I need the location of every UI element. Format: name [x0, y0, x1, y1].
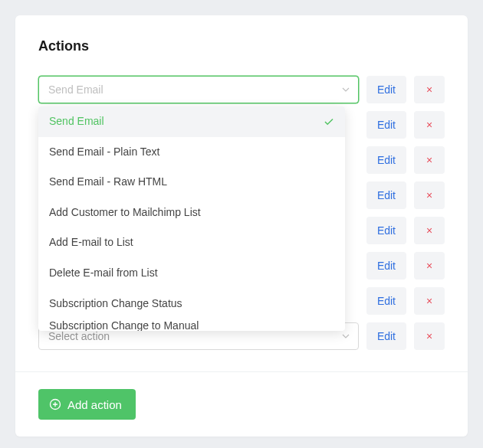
dropdown-option-label: Send Email - Plain Text: [49, 145, 159, 160]
dropdown-option-label: Add E-mail to List: [49, 235, 133, 250]
card-title: Actions: [38, 38, 445, 54]
plus-circle-icon: [49, 398, 61, 410]
add-action-button[interactable]: Add action: [38, 389, 136, 420]
edit-button[interactable]: Edit: [366, 146, 406, 174]
action-row: Send Email Edit ×: [38, 76, 445, 103]
dropdown-option[interactable]: Send Email - Plain Text: [38, 137, 345, 168]
delete-button[interactable]: ×: [414, 287, 445, 315]
dropdown-option[interactable]: Send Email: [38, 106, 345, 137]
select-value: Send Email: [48, 83, 104, 96]
dropdown-option[interactable]: Add Customer to Mailchimp List: [38, 198, 345, 228]
edit-button[interactable]: Edit: [366, 76, 406, 103]
delete-button[interactable]: ×: [414, 111, 445, 139]
dropdown-option-label: Send Email - Raw HTML: [49, 175, 167, 190]
action-select-open[interactable]: Send Email: [38, 76, 359, 103]
dropdown-option[interactable]: Subscription Change to Manual: [38, 319, 345, 331]
dropdown-option-label: Send Email: [49, 114, 104, 129]
edit-button[interactable]: Edit: [366, 287, 406, 315]
action-rows: Send Email Edit × Send Email Send Email …: [38, 76, 445, 350]
edit-button[interactable]: Edit: [366, 217, 406, 244]
delete-button[interactable]: ×: [414, 181, 445, 209]
dropdown-option-label: Subscription Change to Manual: [49, 319, 199, 331]
dropdown-option-label: Add Customer to Mailchimp List: [49, 205, 201, 221]
dropdown-option[interactable]: Subscription Change Status: [38, 289, 345, 319]
dropdown-option[interactable]: Send Email - Raw HTML: [38, 167, 345, 198]
dropdown-option-label: Subscription Change Status: [49, 296, 182, 312]
checkmark-icon: [324, 116, 334, 127]
edit-button[interactable]: Edit: [366, 322, 406, 350]
dropdown-option[interactable]: Delete E-mail from List: [38, 258, 345, 289]
dropdown-option-label: Delete E-mail from List: [49, 266, 158, 281]
card-footer: Add action: [15, 371, 468, 420]
edit-button[interactable]: Edit: [366, 181, 406, 209]
edit-button[interactable]: Edit: [366, 252, 406, 280]
delete-button[interactable]: ×: [414, 252, 445, 280]
dropdown-option[interactable]: Add E-mail to List: [38, 227, 345, 258]
delete-button[interactable]: ×: [414, 217, 445, 244]
chevron-down-icon: [341, 85, 350, 94]
action-dropdown: Send Email Send Email - Plain Text Send …: [38, 106, 345, 331]
chevron-down-icon: [341, 332, 350, 341]
actions-card: Actions Send Email Edit × Send Email Sen: [15, 15, 468, 437]
edit-button[interactable]: Edit: [366, 111, 406, 139]
select-placeholder: Select action: [48, 330, 110, 342]
delete-button[interactable]: ×: [414, 322, 445, 350]
delete-button[interactable]: ×: [414, 76, 445, 103]
add-action-label: Add action: [67, 398, 122, 411]
delete-button[interactable]: ×: [414, 146, 445, 174]
